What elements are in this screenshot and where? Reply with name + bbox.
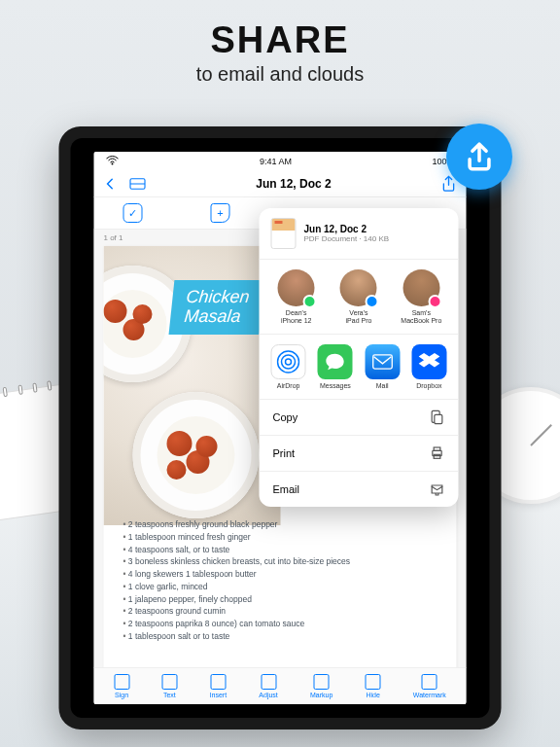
- ingredient-item: 2 teaspoons freshly ground black pepper: [116, 518, 445, 531]
- ingredient-item: 1 tablespoon minced fresh ginger: [116, 531, 445, 544]
- doc-thumbnail-icon: [271, 218, 297, 249]
- tool-adjust[interactable]: Adjust: [259, 674, 277, 698]
- email-icon: [430, 481, 445, 497]
- status-bar: 9:41 AM 100%: [94, 152, 467, 171]
- tool-insert[interactable]: Insert: [210, 674, 228, 698]
- back-button[interactable]: [104, 177, 118, 191]
- ipad-frame: 9:41 AM 100% Jun 12, Doc 2 ✓ + 1 of 1: [59, 126, 502, 729]
- print-icon: [430, 445, 445, 461]
- ingredient-item: 4 teaspoons salt, or to taste: [116, 544, 445, 556]
- share-actions-list: CopyPrintEmail: [260, 400, 459, 507]
- share-contact[interactable]: Dean'siPhone 12: [269, 269, 324, 324]
- dropbox-icon: [411, 344, 446, 379]
- share-action-email[interactable]: Email: [260, 472, 459, 507]
- markup-icon: [314, 674, 330, 690]
- svg-rect-9: [434, 455, 440, 459]
- svg-point-3: [282, 355, 296, 369]
- svg-rect-5: [372, 355, 392, 369]
- share-app-mail[interactable]: Mail: [361, 344, 403, 389]
- avatar: [402, 269, 439, 306]
- mail-icon: [365, 344, 400, 379]
- watermark-icon: [422, 674, 438, 690]
- adjust-icon: [261, 674, 276, 690]
- svg-rect-6: [435, 415, 442, 424]
- share-doc-title: Jun 12, Doc 2: [304, 224, 390, 234]
- avatar: [340, 269, 377, 306]
- messages-icon: [318, 344, 353, 379]
- sign-icon: [114, 674, 129, 690]
- status-time: 9:41 AM: [260, 157, 292, 166]
- avatar: [278, 269, 315, 306]
- ingredient-item: 4 long skewers 1 tablespoon butter: [116, 568, 445, 581]
- share-app-airdrop[interactable]: AirDrop: [267, 344, 310, 389]
- share-action-copy[interactable]: Copy: [260, 400, 459, 436]
- tool-hide[interactable]: Hide: [366, 674, 381, 698]
- scanner-button[interactable]: [129, 177, 147, 191]
- airdrop-icon: [271, 344, 306, 379]
- ingredient-item: 1 clove garlic, minced: [116, 581, 445, 593]
- share-doc-info: Jun 12, Doc 2 PDF Document · 140 KB: [260, 208, 459, 260]
- share-contact[interactable]: Vera'siPad Pro: [332, 269, 386, 324]
- share-up-icon: [463, 140, 496, 173]
- share-app-dropbox[interactable]: Dropbox: [407, 344, 450, 389]
- promo-header: SHARE to email and clouds: [0, 0, 560, 95]
- share-apps-row: AirDropMessagesMailDropbox: [260, 335, 459, 400]
- bottom-toolbar: SignTextInsertAdjustMarkupHideWatermark: [94, 667, 467, 704]
- tool-markup[interactable]: Markup: [310, 674, 332, 698]
- ingredient-item: 2 teaspoons paprika 8 ounce) can tomato …: [116, 618, 445, 630]
- promo-subtitle: to email and clouds: [0, 63, 560, 86]
- chevron-left-icon: [104, 177, 118, 191]
- nav-title: Jun 12, Doc 2: [256, 177, 331, 191]
- ingredient-item: 3 boneless skinless chicken breasts, cut…: [116, 555, 445, 568]
- hide-icon: [366, 674, 381, 690]
- app-screen: 9:41 AM 100% Jun 12, Doc 2 ✓ + 1 of 1: [94, 152, 467, 704]
- svg-point-2: [286, 359, 292, 365]
- recipe-title: ChickenMasala: [169, 280, 265, 335]
- page-add-tool[interactable]: +: [211, 203, 230, 223]
- nav-bar: Jun 12, Doc 2: [94, 171, 467, 197]
- wifi-icon: [106, 156, 120, 167]
- share-action-print[interactable]: Print: [260, 436, 459, 472]
- share-callout-button[interactable]: [446, 124, 512, 190]
- ingredient-item: 1 jalapeno pepper, finely chopped: [116, 593, 445, 606]
- share-sheet: Jun 12, Doc 2 PDF Document · 140 KB Dean…: [260, 208, 459, 507]
- promo-title: SHARE: [0, 19, 560, 61]
- insert-icon: [210, 674, 226, 690]
- share-doc-meta: PDF Document · 140 KB: [304, 234, 390, 243]
- select-tool[interactable]: ✓: [123, 203, 143, 223]
- copy-icon: [430, 409, 445, 425]
- share-contacts-row: Dean'siPhone 12Vera'siPad ProSam'sMacBoo…: [260, 260, 459, 335]
- ingredient-item: 2 teaspoons ground cumin: [116, 605, 445, 618]
- svg-point-0: [112, 163, 114, 165]
- share-contact[interactable]: Sam'sMacBook Pro: [394, 269, 448, 324]
- tool-text[interactable]: Text: [161, 674, 177, 698]
- tool-sign[interactable]: Sign: [114, 674, 129, 698]
- recipe-ingredients: 2 teaspoons freshly ground black pepper1…: [116, 518, 445, 643]
- svg-rect-8: [434, 447, 440, 450]
- ingredient-item: 1 tablespoon salt or to taste: [116, 630, 445, 643]
- text-icon: [161, 674, 177, 690]
- share-app-messages[interactable]: Messages: [314, 344, 357, 389]
- tool-watermark[interactable]: Watermark: [413, 674, 446, 698]
- scanner-icon: [129, 177, 147, 191]
